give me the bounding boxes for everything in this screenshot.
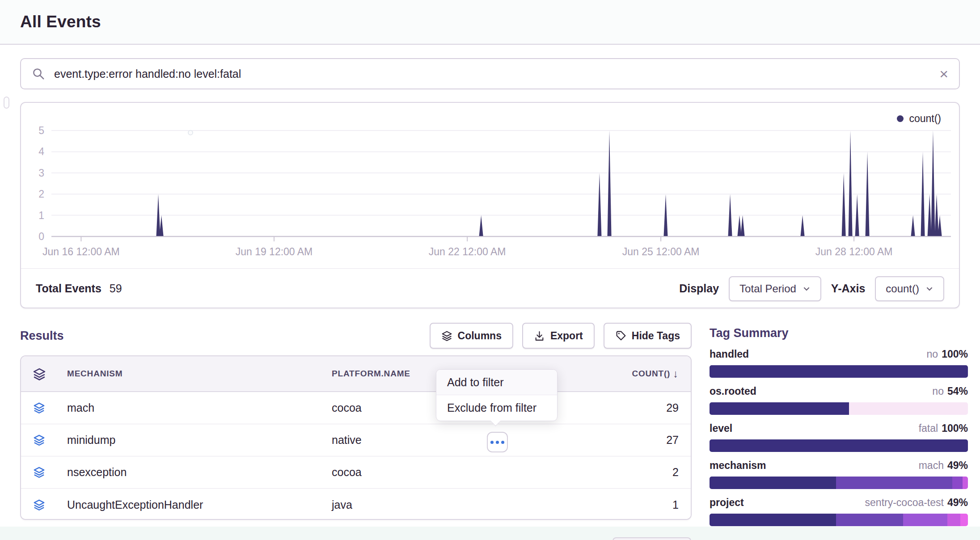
columns-button[interactable]: Columns bbox=[430, 323, 513, 349]
tag-percent: 49% bbox=[947, 497, 968, 508]
tag-percent: 100% bbox=[942, 348, 968, 360]
tag-top-value: mach bbox=[919, 460, 944, 471]
svg-text:4: 4 bbox=[38, 146, 44, 157]
column-header-mechanism[interactable]: MECHANISM bbox=[67, 369, 122, 379]
cell-platform[interactable]: native bbox=[332, 434, 362, 447]
page-title: All Events bbox=[20, 13, 101, 31]
cell-actions-context-menu: Add to filter Exclude from filter bbox=[436, 369, 558, 421]
tag-entry-mechanism: mechanism mach49% bbox=[710, 460, 968, 489]
tag-entry-os-rooted: os.rooted no54% bbox=[710, 385, 968, 415]
cell-count: 29 bbox=[666, 401, 679, 414]
yaxis-dropdown-value: count() bbox=[886, 283, 919, 295]
cell-platform[interactable]: cocoa bbox=[332, 401, 362, 414]
count-header-label: COUNT() bbox=[632, 369, 670, 379]
svg-text:Jun 28 12:00 AM: Jun 28 12:00 AM bbox=[815, 246, 893, 257]
tag-distribution-bar[interactable] bbox=[710, 477, 968, 489]
tag-name: os.rooted bbox=[710, 385, 756, 397]
display-label: Display bbox=[679, 282, 719, 295]
layers-icon bbox=[441, 330, 452, 342]
column-header-count[interactable]: COUNT() ↓ bbox=[632, 367, 679, 380]
tag-top-value: no bbox=[932, 385, 944, 397]
svg-text:Jun 19 12:00 AM: Jun 19 12:00 AM bbox=[236, 246, 313, 257]
svg-text:5: 5 bbox=[38, 125, 44, 136]
cell-mechanism[interactable]: mach bbox=[67, 401, 94, 414]
search-icon bbox=[32, 67, 45, 80]
row-actions-ellipsis-button[interactable] bbox=[487, 432, 508, 452]
svg-text:1: 1 bbox=[38, 210, 44, 221]
tag-percent: 49% bbox=[947, 460, 968, 471]
cell-count: 1 bbox=[672, 498, 679, 511]
tag-top-value: fatal bbox=[919, 422, 938, 434]
tag-distribution-bar[interactable] bbox=[710, 402, 968, 415]
events-chart-panel: count() 012345Jun 16 12:00 AMJun 19 12:0… bbox=[20, 102, 960, 308]
chevron-down-icon bbox=[803, 285, 811, 293]
layers-icon bbox=[33, 466, 45, 478]
display-dropdown[interactable]: Total Period bbox=[729, 276, 821, 301]
table-row[interactable]: minidump native 27 bbox=[21, 424, 691, 456]
layers-icon bbox=[33, 434, 45, 446]
cell-mechanism[interactable]: minidump bbox=[67, 434, 115, 447]
layers-icon[interactable] bbox=[33, 367, 46, 381]
table-row[interactable]: nsexception cocoa 2 bbox=[21, 456, 691, 489]
svg-text:0: 0 bbox=[38, 231, 44, 242]
tag-entry-handled: handled no100% bbox=[710, 348, 968, 378]
search-bar[interactable]: event.type:error handled:no level:fatal … bbox=[20, 58, 960, 89]
pagination-cutoff[interactable] bbox=[612, 537, 691, 540]
export-button[interactable]: Export bbox=[522, 323, 595, 349]
yaxis-dropdown[interactable]: count() bbox=[875, 276, 944, 301]
tag-entry-level: level fatal100% bbox=[710, 422, 968, 452]
tag-distribution-bar[interactable] bbox=[710, 514, 968, 526]
search-input[interactable]: event.type:error handled:no level:fatal bbox=[54, 68, 939, 80]
tag-summary-panel: Tag Summary handled no100% os.rooted no5… bbox=[710, 326, 968, 534]
column-header-platform[interactable]: PLATFORM.NAME bbox=[332, 369, 410, 379]
cell-platform[interactable]: cocoa bbox=[332, 466, 362, 479]
tag-distribution-bar[interactable] bbox=[710, 365, 968, 378]
total-events-value: 59 bbox=[110, 282, 122, 295]
tag-name: mechanism bbox=[710, 460, 766, 472]
total-events-label: Total Events bbox=[36, 282, 101, 295]
tag-name: level bbox=[710, 422, 732, 435]
cell-count: 2 bbox=[672, 466, 679, 479]
results-table: MECHANISM PLATFORM.NAME COUNT() ↓ mach c… bbox=[20, 355, 692, 520]
results-heading: Results bbox=[20, 329, 64, 343]
layers-icon bbox=[33, 499, 45, 511]
tag-distribution-bar[interactable] bbox=[710, 439, 968, 452]
layers-icon bbox=[33, 402, 45, 414]
display-dropdown-value: Total Period bbox=[739, 283, 796, 295]
svg-text:2: 2 bbox=[38, 188, 44, 200]
svg-text:Jun 16 12:00 AM: Jun 16 12:00 AM bbox=[42, 246, 120, 257]
tag-percent: 54% bbox=[947, 385, 968, 397]
yaxis-label: Y-Axis bbox=[831, 282, 865, 295]
table-row[interactable]: mach cocoa 29 bbox=[21, 392, 691, 424]
cell-count: 27 bbox=[666, 434, 679, 447]
cell-mechanism[interactable]: nsexception bbox=[67, 466, 127, 479]
svg-text:3: 3 bbox=[38, 167, 44, 179]
tag-summary-heading: Tag Summary bbox=[710, 326, 968, 340]
columns-button-label: Columns bbox=[458, 330, 502, 342]
svg-text:Jun 25 12:00 AM: Jun 25 12:00 AM bbox=[622, 246, 700, 257]
tag-entry-project: project sentry-cocoa-test49% bbox=[710, 497, 968, 526]
tag-percent: 100% bbox=[942, 422, 968, 434]
svg-text:Jun 22 12:00 AM: Jun 22 12:00 AM bbox=[429, 246, 506, 257]
tag-name: project bbox=[710, 497, 744, 509]
page-header: All Events bbox=[0, 0, 980, 45]
cell-platform[interactable]: java bbox=[332, 498, 352, 511]
tag-icon bbox=[615, 330, 626, 342]
menu-item-add-to-filter[interactable]: Add to filter bbox=[436, 370, 557, 395]
chart-footer: Total Events 59 Display Total Period Y-A… bbox=[21, 269, 959, 308]
page: All Events event.type:error handled:no l… bbox=[0, 0, 980, 540]
hide-tags-button-label: Hide Tags bbox=[632, 330, 680, 342]
sort-desc-icon: ↓ bbox=[673, 367, 679, 380]
table-row[interactable]: UncaughtExceptionHandler java 1 bbox=[21, 489, 691, 520]
clear-search-icon[interactable]: × bbox=[939, 66, 948, 81]
hide-tags-button[interactable]: Hide Tags bbox=[604, 323, 692, 349]
cell-mechanism[interactable]: UncaughtExceptionHandler bbox=[67, 498, 203, 511]
export-button-label: Export bbox=[550, 330, 583, 342]
chevron-down-icon bbox=[925, 285, 934, 293]
events-spike-chart[interactable]: 012345Jun 16 12:00 AMJun 19 12:00 AMJun … bbox=[21, 118, 959, 274]
results-header: Results Columns Export Hide Tags bbox=[20, 323, 692, 349]
tag-top-value: no bbox=[927, 348, 938, 360]
drag-handle[interactable] bbox=[4, 97, 9, 109]
download-icon bbox=[534, 330, 545, 342]
tag-name: handled bbox=[710, 348, 749, 360]
